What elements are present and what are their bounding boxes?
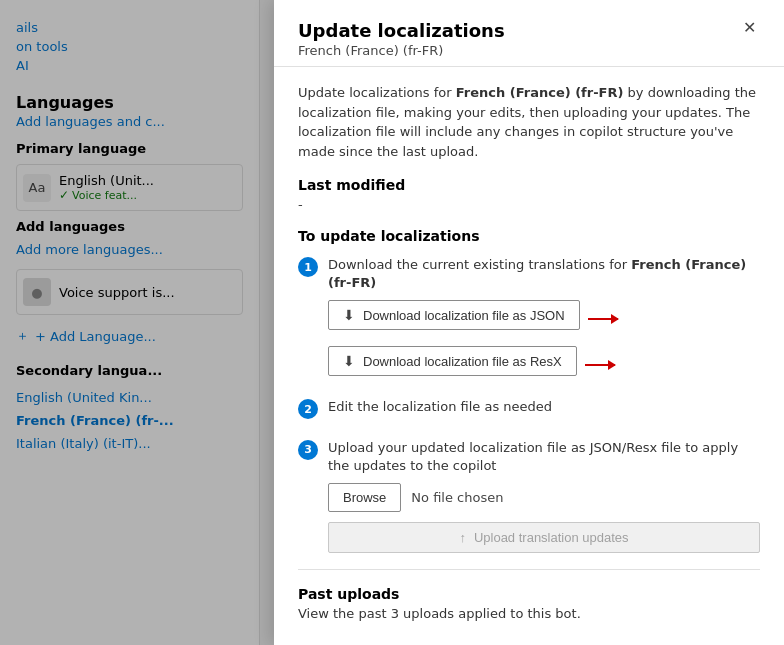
no-file-label: No file chosen (411, 490, 503, 505)
step-1-number: 1 (298, 257, 318, 277)
download-resx-icon: ⬇ (343, 353, 355, 369)
browse-button[interactable]: Browse (328, 483, 401, 512)
step-3-content: Upload your updated localization file as… (328, 439, 760, 553)
upload-translation-button[interactable]: ↑ Upload translation updates (328, 522, 760, 553)
dialog-description: Update localizations for French (France)… (298, 83, 760, 161)
step-2: 2 Edit the localization file as needed (298, 398, 760, 424)
past-uploads-title: Past uploads (298, 586, 760, 602)
step1-bold: French (France) (fr-FR) (328, 257, 746, 290)
close-button[interactable]: ✕ (739, 18, 760, 38)
description-bold: French (France) (fr-FR) (456, 85, 624, 100)
step-1-text: Download the current existing translatio… (328, 256, 760, 292)
section-divider (298, 569, 760, 570)
download-resx-label: Download localization file as ResX (363, 354, 562, 369)
step-3-text: Upload your updated localization file as… (328, 439, 760, 475)
upload-label: Upload translation updates (474, 530, 629, 545)
last-modified-label: Last modified (298, 177, 760, 193)
step-2-text: Edit the localization file as needed (328, 398, 760, 416)
dialog-body: Update localizations for French (France)… (274, 67, 784, 645)
update-localizations-dialog: Update localizations French (France) (fr… (274, 0, 784, 645)
dialog-subtitle: French (France) (fr-FR) (298, 43, 505, 58)
dialog-header: Update localizations French (France) (fr… (274, 0, 784, 67)
last-modified-value: - (298, 197, 760, 212)
download-json-label: Download localization file as JSON (363, 308, 565, 323)
upload-icon: ↑ (459, 530, 466, 545)
json-arrow-indicator (588, 318, 618, 320)
step-2-number: 2 (298, 399, 318, 419)
resx-arrow-indicator (585, 364, 615, 366)
step-3: 3 Upload your updated localization file … (298, 439, 760, 553)
step-3-number: 3 (298, 440, 318, 460)
download-resx-button[interactable]: ⬇ Download localization file as ResX (328, 346, 577, 376)
step-2-content: Edit the localization file as needed (328, 398, 760, 424)
step-1-content: Download the current existing translatio… (328, 256, 760, 384)
step-1: 1 Download the current existing translat… (298, 256, 760, 384)
download-json-button[interactable]: ⬇ Download localization file as JSON (328, 300, 580, 330)
dialog-title: Update localizations (298, 20, 505, 41)
dialog-title-section: Update localizations French (France) (fr… (298, 20, 505, 58)
download-json-icon: ⬇ (343, 307, 355, 323)
to-update-title: To update localizations (298, 228, 760, 244)
file-input-row: Browse No file chosen (328, 483, 760, 512)
past-uploads-text: View the past 3 uploads applied to this … (298, 606, 760, 621)
